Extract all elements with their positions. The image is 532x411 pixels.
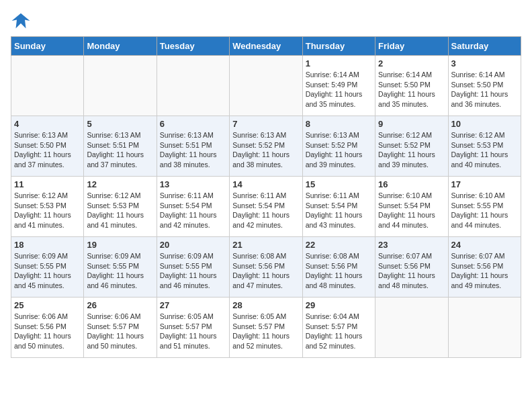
calendar-cell: 22Sunrise: 6:08 AM Sunset: 5:56 PM Dayli… <box>302 237 375 298</box>
day-info: Sunrise: 6:04 AM Sunset: 5:57 PM Dayligh… <box>306 312 372 351</box>
calendar-cell: 10Sunrise: 6:12 AM Sunset: 5:53 PM Dayli… <box>448 116 521 177</box>
calendar-cell: 7Sunrise: 6:13 AM Sunset: 5:52 PM Daylig… <box>230 116 302 177</box>
day-info: Sunrise: 6:12 AM Sunset: 5:53 PM Dayligh… <box>451 130 518 170</box>
header <box>11 11 521 31</box>
day-info: Sunrise: 6:11 AM Sunset: 5:54 PM Dayligh… <box>306 191 372 230</box>
day-info: Sunrise: 6:11 AM Sunset: 5:54 PM Dayligh… <box>232 191 299 230</box>
day-info: Sunrise: 6:14 AM Sunset: 5:50 PM Dayligh… <box>451 70 518 109</box>
day-number: 5 <box>87 119 153 129</box>
calendar-cell: 3Sunrise: 6:14 AM Sunset: 5:50 PM Daylig… <box>448 56 521 116</box>
day-info: Sunrise: 6:12 AM Sunset: 5:53 PM Dayligh… <box>87 191 153 230</box>
weekday-header: Thursday <box>302 37 375 56</box>
day-info: Sunrise: 6:14 AM Sunset: 5:49 PM Dayligh… <box>306 70 372 109</box>
calendar-cell <box>84 56 157 116</box>
calendar-week-row: 11Sunrise: 6:12 AM Sunset: 5:53 PM Dayli… <box>11 177 521 237</box>
day-number: 16 <box>378 179 445 189</box>
day-info: Sunrise: 6:13 AM Sunset: 5:51 PM Dayligh… <box>160 130 226 170</box>
day-number: 27 <box>160 300 226 310</box>
calendar-cell: 13Sunrise: 6:11 AM Sunset: 5:54 PM Dayli… <box>157 177 229 237</box>
calendar-cell <box>11 56 84 116</box>
day-info: Sunrise: 6:08 AM Sunset: 5:56 PM Dayligh… <box>306 251 372 291</box>
calendar-week-row: 4Sunrise: 6:13 AM Sunset: 5:50 PM Daylig… <box>11 116 521 177</box>
day-number: 21 <box>232 240 299 250</box>
weekday-header: Friday <box>375 37 448 56</box>
calendar-week-row: 1Sunrise: 6:14 AM Sunset: 5:49 PM Daylig… <box>11 56 521 116</box>
day-number: 24 <box>451 240 518 250</box>
calendar-cell <box>448 298 521 358</box>
day-number: 9 <box>378 119 445 129</box>
day-info: Sunrise: 6:13 AM Sunset: 5:52 PM Dayligh… <box>232 130 299 170</box>
day-info: Sunrise: 6:05 AM Sunset: 5:57 PM Dayligh… <box>160 312 226 351</box>
calendar-header-row: SundayMondayTuesdayWednesdayThursdayFrid… <box>11 37 521 56</box>
calendar-week-row: 18Sunrise: 6:09 AM Sunset: 5:55 PM Dayli… <box>11 237 521 298</box>
calendar-cell: 4Sunrise: 6:13 AM Sunset: 5:50 PM Daylig… <box>11 116 84 177</box>
calendar-cell: 26Sunrise: 6:06 AM Sunset: 5:57 PM Dayli… <box>84 298 157 358</box>
calendar-cell: 24Sunrise: 6:07 AM Sunset: 5:56 PM Dayli… <box>448 237 521 298</box>
calendar-cell: 15Sunrise: 6:11 AM Sunset: 5:54 PM Dayli… <box>302 177 375 237</box>
calendar-cell: 16Sunrise: 6:10 AM Sunset: 5:54 PM Dayli… <box>375 177 448 237</box>
calendar-cell: 8Sunrise: 6:13 AM Sunset: 5:52 PM Daylig… <box>302 116 375 177</box>
day-number: 13 <box>160 179 226 189</box>
calendar-week-row: 25Sunrise: 6:06 AM Sunset: 5:56 PM Dayli… <box>11 298 521 358</box>
day-number: 4 <box>14 119 81 129</box>
calendar-cell: 14Sunrise: 6:11 AM Sunset: 5:54 PM Dayli… <box>230 177 302 237</box>
day-info: Sunrise: 6:13 AM Sunset: 5:51 PM Dayligh… <box>87 130 153 170</box>
calendar-cell: 20Sunrise: 6:09 AM Sunset: 5:55 PM Dayli… <box>157 237 229 298</box>
calendar-cell: 12Sunrise: 6:12 AM Sunset: 5:53 PM Dayli… <box>84 177 157 237</box>
day-number: 7 <box>232 119 299 129</box>
calendar-cell: 19Sunrise: 6:09 AM Sunset: 5:55 PM Dayli… <box>84 237 157 298</box>
day-info: Sunrise: 6:14 AM Sunset: 5:50 PM Dayligh… <box>378 70 445 109</box>
logo-icon <box>11 11 31 31</box>
day-info: Sunrise: 6:05 AM Sunset: 5:57 PM Dayligh… <box>232 312 299 351</box>
weekday-header: Saturday <box>448 37 521 56</box>
day-number: 2 <box>378 58 445 68</box>
day-info: Sunrise: 6:13 AM Sunset: 5:50 PM Dayligh… <box>14 130 81 170</box>
day-number: 15 <box>306 179 372 189</box>
day-info: Sunrise: 6:08 AM Sunset: 5:56 PM Dayligh… <box>232 251 299 291</box>
day-info: Sunrise: 6:13 AM Sunset: 5:52 PM Dayligh… <box>306 130 372 170</box>
logo <box>11 11 34 31</box>
day-number: 26 <box>87 300 153 310</box>
day-number: 8 <box>306 119 372 129</box>
day-info: Sunrise: 6:12 AM Sunset: 5:52 PM Dayligh… <box>378 130 445 170</box>
day-number: 11 <box>14 179 81 189</box>
day-info: Sunrise: 6:09 AM Sunset: 5:55 PM Dayligh… <box>14 251 81 291</box>
day-info: Sunrise: 6:07 AM Sunset: 5:56 PM Dayligh… <box>378 251 445 291</box>
calendar-cell <box>157 56 229 116</box>
day-number: 23 <box>378 240 445 250</box>
calendar-cell: 23Sunrise: 6:07 AM Sunset: 5:56 PM Dayli… <box>375 237 448 298</box>
day-number: 6 <box>160 119 226 129</box>
calendar-cell: 18Sunrise: 6:09 AM Sunset: 5:55 PM Dayli… <box>11 237 84 298</box>
calendar-cell: 29Sunrise: 6:04 AM Sunset: 5:57 PM Dayli… <box>302 298 375 358</box>
day-number: 28 <box>232 300 299 310</box>
day-info: Sunrise: 6:06 AM Sunset: 5:57 PM Dayligh… <box>87 312 153 351</box>
day-number: 19 <box>87 240 153 250</box>
day-number: 12 <box>87 179 153 189</box>
day-number: 10 <box>451 119 518 129</box>
day-number: 22 <box>306 240 372 250</box>
day-info: Sunrise: 6:11 AM Sunset: 5:54 PM Dayligh… <box>160 191 226 230</box>
weekday-header: Sunday <box>11 37 84 56</box>
day-number: 20 <box>160 240 226 250</box>
day-info: Sunrise: 6:09 AM Sunset: 5:55 PM Dayligh… <box>160 251 226 291</box>
day-info: Sunrise: 6:07 AM Sunset: 5:56 PM Dayligh… <box>451 251 518 291</box>
calendar-cell: 11Sunrise: 6:12 AM Sunset: 5:53 PM Dayli… <box>11 177 84 237</box>
day-number: 3 <box>451 58 518 68</box>
day-info: Sunrise: 6:10 AM Sunset: 5:55 PM Dayligh… <box>451 191 518 230</box>
weekday-header: Monday <box>84 37 157 56</box>
svg-marker-0 <box>12 13 30 29</box>
calendar-cell: 25Sunrise: 6:06 AM Sunset: 5:56 PM Dayli… <box>11 298 84 358</box>
day-number: 25 <box>14 300 81 310</box>
calendar-cell: 28Sunrise: 6:05 AM Sunset: 5:57 PM Dayli… <box>230 298 302 358</box>
calendar-cell <box>230 56 302 116</box>
day-number: 14 <box>232 179 299 189</box>
day-number: 29 <box>306 300 372 310</box>
calendar-cell: 9Sunrise: 6:12 AM Sunset: 5:52 PM Daylig… <box>375 116 448 177</box>
day-info: Sunrise: 6:06 AM Sunset: 5:56 PM Dayligh… <box>14 312 81 351</box>
calendar-cell <box>375 298 448 358</box>
day-number: 17 <box>451 179 518 189</box>
day-number: 1 <box>306 58 372 68</box>
calendar-cell: 6Sunrise: 6:13 AM Sunset: 5:51 PM Daylig… <box>157 116 229 177</box>
day-info: Sunrise: 6:10 AM Sunset: 5:54 PM Dayligh… <box>378 191 445 230</box>
calendar-cell: 1Sunrise: 6:14 AM Sunset: 5:49 PM Daylig… <box>302 56 375 116</box>
